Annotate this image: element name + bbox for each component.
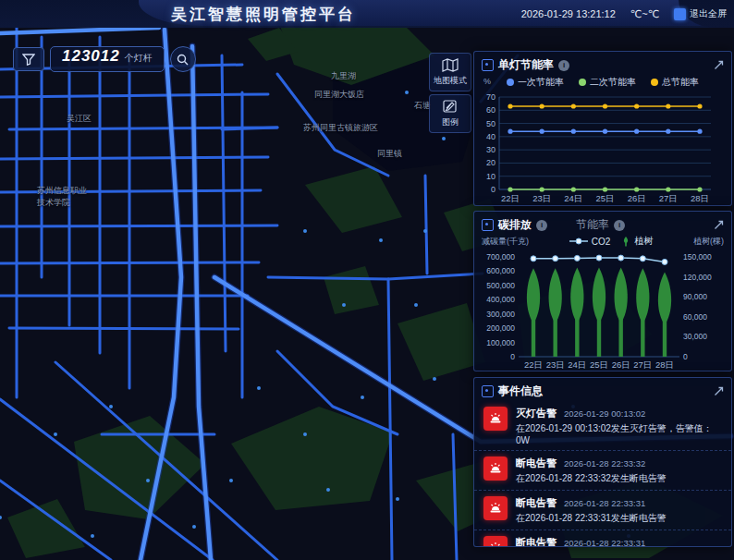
alarm-icon: [483, 407, 508, 431]
event-description: 在2026-01-28 22:33:31发生断电告警: [516, 512, 667, 525]
svg-text:24日: 24日: [568, 359, 586, 370]
panel-carbon-emission: 碳排放 i 节能率 i 减碳量(千克) CO2 植树 植树(棵) 0100,00…: [473, 211, 732, 371]
search-icon: [177, 54, 189, 66]
tab-energy-rate[interactable]: 节能率: [576, 217, 609, 233]
tree-icon: [621, 237, 630, 247]
events-panel-title: 事件信息: [498, 383, 543, 399]
left-axis-label: 减碳量(千克): [482, 236, 529, 248]
svg-text:0: 0: [491, 185, 495, 194]
alarm-icon: [483, 457, 508, 481]
legend-item-secondary[interactable]: 二次节能率: [579, 76, 636, 89]
event-time: 2026-01-29 00:13:02: [564, 408, 645, 419]
exit-fullscreen-label: 退出全屏: [690, 7, 727, 20]
legend-item-primary[interactable]: 一次节能率: [507, 76, 564, 89]
panel-marker-icon: [482, 59, 494, 71]
svg-text:300,000: 300,000: [486, 310, 515, 319]
svg-text:26日: 26日: [628, 193, 646, 203]
search-button[interactable]: [170, 46, 196, 72]
expand-icon[interactable]: [714, 386, 724, 396]
panel-event-info: 事件信息 灭灯告警 2026-01-29 00:13:02 在2026-01-2…: [473, 377, 732, 547]
y-axis-unit: %: [483, 77, 491, 86]
svg-text:22日: 22日: [524, 359, 543, 370]
svg-text:10: 10: [486, 172, 495, 181]
event-item[interactable]: 断电告警 2026-01-28 22:33:31 在2026-01-28 22:…: [474, 530, 731, 547]
svg-text:0: 0: [510, 352, 515, 361]
svg-text:60,000: 60,000: [683, 312, 707, 322]
expand-icon[interactable]: [714, 60, 724, 70]
svg-text:90,000: 90,000: [683, 292, 707, 301]
exit-fullscreen-button[interactable]: 退出全屏: [674, 7, 727, 20]
funnel-icon: [22, 54, 35, 66]
event-title: 断电告警: [516, 536, 557, 547]
legend-icon: [443, 100, 458, 114]
map-place-label: 同里镇: [377, 148, 402, 160]
map-icon: [442, 58, 459, 72]
header-temperature: ℃~℃: [630, 8, 659, 20]
svg-text:40: 40: [486, 132, 495, 141]
legend-label: 二次节能率: [590, 76, 636, 89]
energy-line-chart: 01020304050607022日23日24日25日26日27日28日: [474, 90, 731, 206]
lamp-pole-count[interactable]: 123012 个灯杆: [50, 46, 165, 72]
svg-text:26日: 26日: [612, 359, 630, 370]
lamp-pole-count-unit: 个灯杆: [125, 52, 153, 65]
event-description: 在2026-01-28 22:33:32发生断电告警: [516, 472, 667, 485]
event-time: 2026-01-28 22:33:31: [564, 538, 645, 547]
svg-text:25日: 25日: [590, 359, 608, 370]
carbon-chart-svg: 0100,000200,000300,000400,000500,000600,…: [474, 248, 722, 371]
map-place-label: 同里湖大饭店: [314, 89, 364, 101]
page-title: 吴江智慧照明管控平台: [171, 4, 356, 25]
legend-dot-blue: [507, 79, 514, 86]
filter-button[interactable]: [13, 47, 44, 71]
legend-label: 植树: [634, 235, 653, 248]
fullscreen-icon: [674, 8, 686, 20]
map-place-label: 苏州同里古镇旅游区: [303, 122, 378, 134]
expand-icon[interactable]: [714, 220, 724, 230]
alarm-icon: [483, 496, 508, 520]
event-description: 在2026-01-29 00:13:02发生灭灯告警，告警值：0W: [516, 422, 722, 445]
event-item[interactable]: 断电告警 2026-01-28 22:33:31 在2026-01-28 22:…: [474, 491, 731, 530]
event-item[interactable]: 灭灯告警 2026-01-29 00:13:02 在2026-01-29 00:…: [474, 401, 731, 451]
event-item[interactable]: 断电告警 2026-01-28 22:33:32 在2026-01-28 22:…: [474, 451, 731, 491]
panel-marker-icon: [482, 219, 494, 231]
svg-text:200,000: 200,000: [486, 323, 515, 333]
legend-item-co2[interactable]: CO2: [569, 237, 611, 247]
legend-label: 一次节能率: [518, 76, 564, 89]
svg-text:400,000: 400,000: [486, 295, 515, 304]
panel-marker-icon: [482, 385, 494, 397]
svg-text:27日: 27日: [633, 359, 652, 370]
info-icon[interactable]: i: [614, 220, 625, 231]
legend-dot-green: [579, 79, 586, 86]
lamp-pole-count-value: 123012: [62, 47, 120, 66]
svg-text:70: 70: [486, 92, 495, 102]
legend-item-tree[interactable]: 植树: [621, 235, 653, 248]
svg-text:30,000: 30,000: [683, 332, 707, 341]
svg-text:23日: 23日: [532, 193, 551, 203]
svg-text:150,000: 150,000: [683, 252, 712, 262]
svg-text:28日: 28日: [655, 359, 674, 370]
svg-text:27日: 27日: [659, 193, 678, 203]
tab-carbon[interactable]: 碳排放: [498, 217, 532, 233]
panel-single-lamp-energy: 单灯节能率 i % 一次节能率 二次节能率 总节能率 0102030405060…: [473, 51, 732, 206]
map-place-label: 吴江区: [67, 113, 92, 125]
info-icon[interactable]: i: [536, 220, 547, 231]
map-mode-button[interactable]: 地图模式: [429, 53, 471, 91]
svg-text:30: 30: [486, 145, 495, 154]
map-legend-button[interactable]: 图例: [429, 94, 471, 133]
event-title: 断电告警: [516, 457, 557, 470]
svg-text:60: 60: [486, 105, 495, 115]
energy-panel-title: 单灯节能率: [498, 57, 554, 73]
map-mode-label: 地图模式: [434, 75, 467, 87]
event-time: 2026-01-28 22:33:32: [564, 458, 645, 469]
svg-text:25日: 25日: [595, 193, 614, 203]
event-title: 断电告警: [516, 496, 557, 510]
legend-item-total[interactable]: 总节能率: [651, 76, 699, 89]
legend-dot-yellow: [651, 79, 658, 86]
svg-text:500,000: 500,000: [486, 281, 515, 290]
svg-text:24日: 24日: [564, 193, 582, 203]
info-icon[interactable]: i: [558, 60, 569, 71]
map-place-label: 九里湖: [331, 70, 356, 82]
svg-text:20: 20: [486, 158, 495, 167]
svg-text:23日: 23日: [546, 359, 565, 370]
svg-text:600,000: 600,000: [486, 266, 515, 275]
alarm-icon: [483, 536, 508, 547]
